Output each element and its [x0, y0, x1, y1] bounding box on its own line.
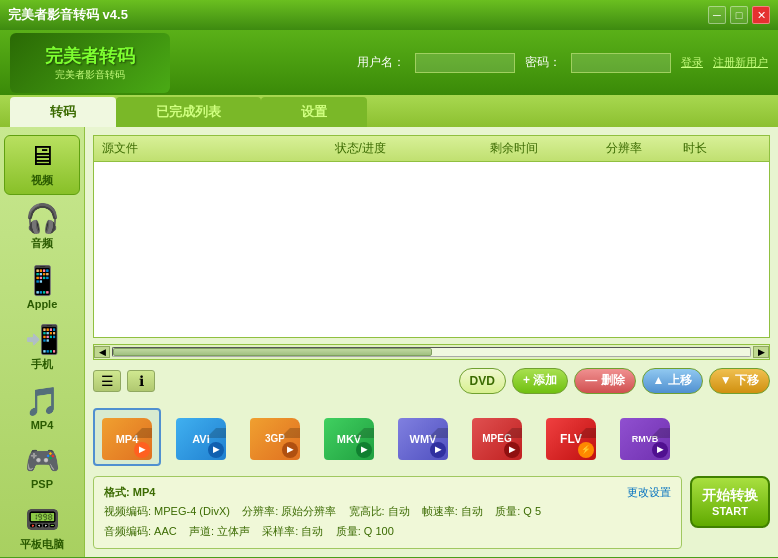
logo: 完美者转码 完美者影音转码 [10, 33, 170, 93]
header-right: 用户名： 密码： 登录 注册新用户 [190, 53, 768, 73]
sidebar-label-video: 视频 [31, 173, 53, 188]
main-content: 🖥 视频 🎧 音频 📱 Apple 📲 手机 🎵 MP4 🎮 PSP 📟 平板电… [0, 127, 778, 557]
tab-transcode[interactable]: 转码 [10, 97, 116, 127]
audio-codec: 音频编码: AAC [104, 525, 177, 537]
info-btn[interactable]: ℹ [127, 370, 155, 392]
delete-button[interactable]: — 删除 [574, 368, 635, 394]
add-button[interactable]: + 添加 [512, 368, 568, 394]
sidebar-label-psp: PSP [31, 478, 53, 490]
header: 完美者转码 完美者影音转码 用户名： 密码： 登录 注册新用户 [0, 30, 778, 95]
col-time: 剩余时间 [490, 140, 606, 157]
password-label: 密码： [525, 54, 561, 71]
framerate-info: 帧速率: 自动 [422, 505, 483, 517]
col-res: 分辨率 [606, 140, 684, 157]
video-icon: 🖥 [28, 142, 56, 170]
sidebar: 🖥 视频 🎧 音频 📱 Apple 📲 手机 🎵 MP4 🎮 PSP 📟 平板电… [0, 127, 85, 557]
format-mp4[interactable]: MP4 ▶ [93, 408, 161, 466]
sidebar-item-psp[interactable]: 🎮 PSP [4, 441, 80, 496]
col-status: 状态/进度 [335, 140, 490, 157]
col-dur: 时长 [683, 140, 761, 157]
mp4-icon: 🎵 [25, 388, 60, 416]
apple-icon: 📱 [25, 267, 60, 295]
close-button[interactable]: ✕ [752, 6, 770, 24]
format-mpeg[interactable]: MPEG ▶ [463, 408, 531, 466]
format-avi[interactable]: AVI ▶ [167, 408, 235, 466]
psp-icon: 🎮 [25, 447, 60, 475]
file-table: 源文件 状态/进度 剩余时间 分辨率 时长 [93, 135, 770, 338]
mobile-icon: 📲 [25, 326, 60, 354]
info-left: 格式: MP4 视频编码: MPEG-4 (DivX) 分辨率: 原始分辨率 宽… [104, 483, 627, 542]
info-panel: 格式: MP4 视频编码: MPEG-4 (DivX) 分辨率: 原始分辨率 宽… [93, 476, 682, 549]
list-view-btn[interactable]: ☰ [93, 370, 121, 392]
sidebar-item-mp4[interactable]: 🎵 MP4 [4, 382, 80, 437]
samplerate-info: 采样率: 自动 [262, 525, 323, 537]
sidebar-label-apple: Apple [27, 298, 58, 310]
minimize-button[interactable]: ─ [708, 6, 726, 24]
format-label: 格式: MP4 [104, 486, 155, 498]
format-wmv[interactable]: WMV ▶ [389, 408, 457, 466]
format-rmvb[interactable]: RMVB ▶ [611, 408, 679, 466]
logo-sub: 完美者影音转码 [45, 68, 135, 82]
dvd-button[interactable]: DVD [459, 368, 506, 394]
video-codec: 视频编码: MPEG-4 (DivX) [104, 505, 230, 517]
tab-settings[interactable]: 设置 [261, 97, 367, 127]
format-flv[interactable]: FLV ⚡ [537, 408, 605, 466]
table-header: 源文件 状态/进度 剩余时间 分辨率 时长 [94, 136, 769, 162]
window-controls: ─ □ ✕ [708, 6, 770, 24]
right-panel: 源文件 状态/进度 剩余时间 分辨率 时长 ◀ ▶ ☰ ℹ DVD + 添加 —… [85, 127, 778, 557]
app-title: 完美者影音转码 v4.5 [8, 6, 128, 24]
horizontal-scrollbar[interactable]: ◀ ▶ [93, 344, 770, 360]
logo-text: 完美者转码 [45, 44, 135, 68]
sidebar-item-mobile[interactable]: 📲 手机 [4, 320, 80, 378]
start-btn-bottom-text: START [712, 505, 748, 517]
format-3gp[interactable]: 3GP ▶ [241, 408, 309, 466]
sidebar-label-audio: 音频 [31, 236, 53, 251]
up-button[interactable]: ▲ 上移 [642, 368, 703, 394]
scroll-right-btn[interactable]: ▶ [753, 346, 769, 358]
register-link[interactable]: 注册新用户 [713, 55, 768, 70]
col-source: 源文件 [102, 140, 335, 157]
scroll-left-btn[interactable]: ◀ [94, 346, 110, 358]
format-mkv[interactable]: MKV ▶ [315, 408, 383, 466]
channel-info: 声道: 立体声 [189, 525, 250, 537]
tab-completed[interactable]: 已完成列表 [116, 97, 261, 127]
login-link[interactable]: 登录 [681, 55, 703, 70]
sidebar-label-mp4: MP4 [31, 419, 54, 431]
bottom-controls: ☰ ℹ DVD + 添加 — 删除 ▲ 上移 ▼ 下移 [93, 366, 770, 396]
scrollbar-track[interactable] [112, 347, 751, 357]
username-label: 用户名： [357, 54, 405, 71]
width-info: 宽高比: 自动 [349, 505, 410, 517]
sidebar-item-video[interactable]: 🖥 视频 [4, 135, 80, 195]
start-button[interactable]: 开始转换 START [690, 476, 770, 528]
down-button[interactable]: ▼ 下移 [709, 368, 770, 394]
change-settings-link[interactable]: 更改设置 [627, 483, 671, 503]
quality-info: 质量: Q 5 [495, 505, 541, 517]
scrollbar-thumb[interactable] [113, 348, 432, 356]
sidebar-item-audio[interactable]: 🎧 音频 [4, 199, 80, 257]
table-body [94, 162, 769, 337]
tabs-bar: 转码 已完成列表 设置 [0, 95, 778, 127]
resolution-info: 分辨率: 原始分辨率 [242, 505, 336, 517]
sidebar-item-tablet[interactable]: 📟 平板电脑 [4, 500, 80, 558]
password-input[interactable] [571, 53, 671, 73]
format-bar: MP4 ▶ AVI ▶ 3GP ▶ MKV ▶ [93, 402, 770, 470]
maximize-button[interactable]: □ [730, 6, 748, 24]
sidebar-item-apple[interactable]: 📱 Apple [4, 261, 80, 316]
audio-quality-info: 质量: Q 100 [336, 525, 394, 537]
sidebar-label-tablet: 平板电脑 [20, 537, 64, 552]
username-input[interactable] [415, 53, 515, 73]
audio-icon: 🎧 [25, 205, 60, 233]
tablet-icon: 📟 [25, 506, 60, 534]
info-right: 更改设置 [627, 483, 671, 503]
bottom-area: 格式: MP4 视频编码: MPEG-4 (DivX) 分辨率: 原始分辨率 宽… [93, 476, 770, 549]
sidebar-label-mobile: 手机 [31, 357, 53, 372]
start-btn-top-text: 开始转换 [702, 487, 758, 505]
title-bar: 完美者影音转码 v4.5 ─ □ ✕ [0, 0, 778, 30]
